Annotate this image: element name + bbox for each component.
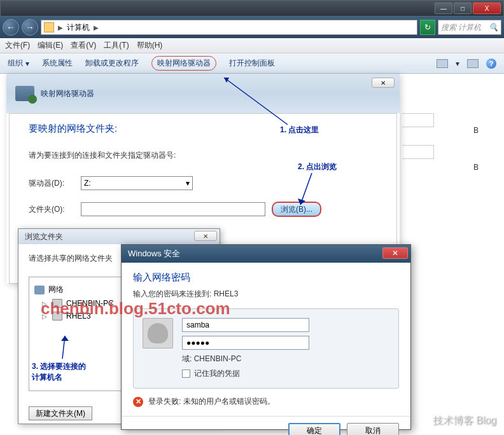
forward-button[interactable]: → <box>22 19 38 36</box>
password-input[interactable]: ●●●●● <box>182 336 309 350</box>
dropdown-icon[interactable]: ▾ <box>456 59 459 68</box>
dialog-close-button[interactable]: ✕ <box>372 78 395 88</box>
dialog-title-bar[interactable]: Windows 安全 ✕ <box>122 245 410 263</box>
toolbar-organize-label: 组织 <box>8 58 23 69</box>
drive-select[interactable]: Z: ▾ <box>81 176 193 190</box>
dialog-subtitle: 请为要连接到的连接和文件夹指定驱动器号: <box>29 150 377 161</box>
address-bar[interactable]: ▶ 计算机 ▶ <box>41 20 417 35</box>
breadcrumb-separator: ▶ <box>58 24 63 31</box>
drive-value: Z: <box>84 179 91 188</box>
toolbar-sysprops[interactable]: 系统属性 <box>42 58 73 69</box>
toolbar-organize[interactable]: 组织 ▾ <box>8 58 29 69</box>
computer-icon <box>52 299 62 308</box>
menu-view[interactable]: 查看(V) <box>71 40 96 51</box>
dropdown-icon: ▾ <box>186 179 190 188</box>
close-button[interactable]: X <box>473 3 501 14</box>
maximize-button[interactable]: □ <box>454 3 472 14</box>
error-message: ✕ 登录失败: 未知的用户名或错误密码。 <box>133 396 399 407</box>
drive-label: B <box>473 163 479 172</box>
dialog-title: 映射网络驱动器 <box>41 88 94 99</box>
annotation-2: 2. 点出浏览 <box>298 162 337 172</box>
nav-bar: ← → ▶ 计算机 ▶ ↻ 搜索 计算机 🔍 <box>0 17 504 38</box>
network-icon <box>34 286 45 294</box>
drive-icon <box>15 86 34 101</box>
cancel-button[interactable]: 取消 <box>347 423 399 435</box>
folder-input[interactable] <box>81 202 265 216</box>
dropdown-icon: ▾ <box>25 59 29 68</box>
search-icon: 🔍 <box>489 23 498 32</box>
avatar-icon <box>143 318 173 349</box>
dialog-header: ✕ 映射网络驱动器 <box>6 74 400 113</box>
remember-label: 记住我的凭据 <box>194 368 240 379</box>
dialog-heading: 要映射的网络文件夹: <box>29 123 377 135</box>
menu-file[interactable]: 文件(F) <box>5 40 30 51</box>
dialog-subtitle: 输入您的密码来连接到: RHEL3 <box>133 289 399 300</box>
window-titlebar: — □ X <box>0 0 504 17</box>
computer-icon <box>44 22 54 32</box>
help-icon[interactable]: ? <box>486 59 496 69</box>
main-content: B B ✕ 映射网络驱动器 要映射的网络文件夹: 请为要连接到的连接和文件夹指定… <box>0 74 504 435</box>
toolbar-uninstall[interactable]: 卸载或更改程序 <box>85 58 139 69</box>
search-input[interactable]: 搜索 计算机 🔍 <box>438 20 501 35</box>
breadcrumb-location[interactable]: 计算机 <box>67 22 90 33</box>
dialog-title: Windows 安全 <box>128 248 180 259</box>
dialog-close-button[interactable]: ✕ <box>194 231 217 241</box>
security-dialog: Windows 安全 ✕ 输入网络密码 输入您的密码来连接到: RHEL3 sa… <box>121 244 411 430</box>
checkbox[interactable] <box>182 369 190 378</box>
dialog-heading: 输入网络密码 <box>133 272 399 284</box>
view-icon[interactable] <box>437 59 448 68</box>
toolbar-mapdrive[interactable]: 映射网络驱动器 <box>151 56 216 71</box>
expand-icon[interactable]: ▷ <box>42 313 48 320</box>
menu-bar: 文件(F) 编辑(E) 查看(V) 工具(T) 帮助(H) <box>0 38 504 53</box>
credentials-panel: samba ●●●●● 域: CHENBIN-PC 记住我的凭据 <box>133 308 399 389</box>
toolbar-controlpanel[interactable]: 打开控制面板 <box>229 58 275 69</box>
computer-icon <box>52 312 62 321</box>
dialog-body: 输入网络密码 输入您的密码来连接到: RHEL3 samba ●●●●● 域: … <box>122 263 410 416</box>
drive-label: 驱动器(D): <box>29 178 74 189</box>
remember-checkbox-row[interactable]: 记住我的凭据 <box>182 368 389 379</box>
error-text: 登录失败: 未知的用户名或错误密码。 <box>148 396 275 407</box>
username-input[interactable]: samba <box>182 318 309 332</box>
refresh-button[interactable]: ↻ <box>420 20 435 35</box>
browse-button[interactable]: 浏览(B)... <box>272 202 321 217</box>
drive-field <box>402 113 434 127</box>
search-placeholder: 搜索 计算机 <box>441 22 481 33</box>
toolbar: 组织 ▾ 系统属性 卸载或更改程序 映射网络驱动器 打开控制面板 ▾ ? <box>0 53 504 74</box>
back-button[interactable]: ← <box>3 19 19 36</box>
breadcrumb-separator: ▶ <box>94 24 99 31</box>
drive-label: B <box>473 126 479 135</box>
tree-label: RHEL3 <box>66 312 91 321</box>
dialog-title-bar: 浏览文件夹 ✕ <box>18 229 220 244</box>
ok-button[interactable]: 确定 <box>288 423 340 435</box>
annotation-1: 1. 点击这里 <box>280 125 319 135</box>
menu-tools[interactable]: 工具(T) <box>104 40 129 51</box>
minimize-button[interactable]: — <box>435 3 452 14</box>
annotation-3: 3. 选择要连接的计算机名 <box>32 361 89 383</box>
dialog-title: 浏览文件夹 <box>25 231 63 242</box>
domain-label: 域: CHENBIN-PC <box>182 354 389 364</box>
tree-label: 网络 <box>48 284 64 295</box>
dialog-close-button[interactable]: ✕ <box>382 247 408 259</box>
dialog-footer: 确定 取消 <box>122 416 410 435</box>
expand-icon[interactable]: ▷ <box>42 300 48 307</box>
folder-label: 文件夹(O): <box>29 204 74 215</box>
tree-label: CHENBIN-PC <box>66 299 114 308</box>
menu-help[interactable]: 帮助(H) <box>137 40 163 51</box>
new-folder-button[interactable]: 新建文件夹(M) <box>29 406 92 420</box>
preview-icon[interactable] <box>467 59 479 68</box>
drive-field <box>402 145 434 159</box>
menu-edit[interactable]: 编辑(E) <box>38 40 63 51</box>
error-icon: ✕ <box>133 397 143 407</box>
